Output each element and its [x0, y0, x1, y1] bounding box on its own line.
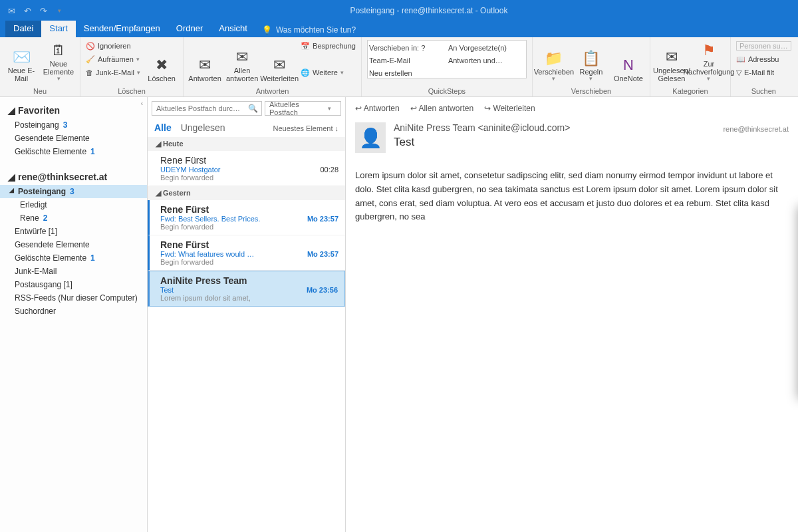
- msg-preview: Begin forwarded: [160, 174, 338, 182]
- ignore-icon: 🚫: [86, 42, 95, 51]
- tab-home[interactable]: Start: [41, 21, 75, 37]
- msg-from: Rene Fürst: [160, 239, 338, 250]
- addressbook-button[interactable]: 📖Adressbu: [736, 53, 791, 65]
- message-item[interactable]: Rene FürstFwd: Best Sellers. Best Prices…: [148, 200, 345, 235]
- msg-preview: Lorem ipsum dolor sit amet,: [160, 294, 338, 302]
- items-icon: 🗓: [51, 41, 66, 60]
- rules-button[interactable]: 📋Regeln: [575, 40, 607, 82]
- chevron-down-icon: ◢: [8, 105, 15, 116]
- collapse-icon[interactable]: ‹: [141, 100, 143, 107]
- ignore-button[interactable]: 🚫Ignorieren: [86, 40, 140, 52]
- message-item[interactable]: AniNite Press TeamTestLorem ipsum dolor …: [148, 271, 345, 307]
- main-area: ‹ ◢Favoriten Posteingang3 Gesendete Elem…: [0, 97, 798, 532]
- fav-gesendet[interactable]: Gesendete Elemente: [0, 132, 147, 145]
- search-input[interactable]: [152, 101, 262, 116]
- filter-mail-button[interactable]: ▽E-Mail filt: [736, 66, 791, 78]
- rules-icon: 📋: [582, 49, 600, 68]
- group-header[interactable]: ◢ Heute: [148, 137, 345, 151]
- msg-preview: Begin forwarded: [160, 258, 338, 266]
- nav-geloescht[interactable]: Gelöschte Elemente1: [0, 251, 147, 265]
- quicksteps-gallery[interactable]: Verschieben in: ? An Vorgesetzte(n) Team…: [367, 40, 527, 78]
- fav-posteingang[interactable]: Posteingang3: [0, 118, 147, 132]
- tell-me-search[interactable]: 💡 Was möchten Sie tun?: [255, 23, 362, 37]
- ribbon: ✉️Neue E-Mail 🗓Neue Elemente Neu 🚫Ignori…: [0, 37, 798, 97]
- group-new: ✉️Neue E-Mail 🗓Neue Elemente Neu: [0, 37, 80, 96]
- filter-all[interactable]: Alle: [154, 122, 172, 133]
- people-search[interactable]: Personen su…: [736, 40, 791, 52]
- msg-preview: Begin forwarded: [160, 223, 338, 231]
- followup-button[interactable]: ⚑Zur Nachverfolgung: [693, 40, 725, 82]
- msg-subject: UDEYM Hostgator: [160, 166, 338, 174]
- message-item[interactable]: Rene FürstUDEYM HostgatorBegin forwarded…: [148, 151, 345, 186]
- nav-erledigt[interactable]: Erledigt: [0, 198, 147, 211]
- more-respond-button[interactable]: 🌐Weitere: [301, 66, 356, 78]
- chevron-down-icon: ◢: [8, 172, 15, 182]
- msg-from: AniNite Press Team: [160, 275, 338, 286]
- group-respond: ✉Antworten ✉Allen antworten ✉Weiterleite…: [184, 37, 362, 96]
- reply-button[interactable]: ✉Antworten: [189, 40, 221, 82]
- group-delete: 🚫Ignorieren 🧹Aufräumen 🗑Junk-E-Mail ✖Lös…: [80, 37, 184, 96]
- search-scope-dropdown[interactable]: Aktuelles Postfach: [265, 101, 341, 116]
- move-button[interactable]: 📁Verschieben: [538, 40, 570, 82]
- mail-icon: ✉️: [13, 48, 31, 66]
- undo-icon[interactable]: ↶: [21, 5, 33, 17]
- msg-time: Mo 23:57: [307, 250, 338, 258]
- reply-all-button[interactable]: ✉Allen antworten: [226, 40, 258, 82]
- lightbulb-icon: 💡: [262, 25, 272, 35]
- group-tags: ✉Ungelesen/ Gelesen ⚑Zur Nachverfolgung …: [650, 37, 731, 96]
- msg-time: Mo 23:57: [307, 215, 338, 223]
- junk-button[interactable]: 🗑Junk-E-Mail: [86, 66, 140, 78]
- book-icon: 📖: [736, 55, 745, 64]
- delete-button[interactable]: ✖Löschen: [146, 40, 178, 82]
- tab-view[interactable]: Ansicht: [211, 21, 255, 37]
- dialog-backdrop: Regel erstellen ✕ Wenn eine eingehende N…: [346, 97, 798, 532]
- broom-icon: 🧹: [86, 55, 95, 64]
- favorites-header[interactable]: ◢Favoriten: [0, 101, 147, 118]
- message-item[interactable]: Rene FürstFwd: What features would …Begi…: [148, 235, 345, 271]
- more-icon: 🌐: [301, 68, 310, 77]
- chevron-down-icon: ◢: [9, 187, 14, 196]
- nav-postausgang[interactable]: Postausgang [1]: [0, 278, 147, 291]
- msg-time: Mo 23:56: [307, 286, 338, 294]
- nav-junk[interactable]: Junk-E-Mail: [0, 265, 147, 278]
- group-quicksteps: Verschieben in: ? An Vorgesetzte(n) Team…: [362, 37, 533, 96]
- junk-icon: 🗑: [86, 68, 93, 76]
- group-header[interactable]: ◢ Gestern: [148, 186, 345, 200]
- new-items-button[interactable]: 🗓Neue Elemente: [43, 40, 74, 82]
- message-list-pane: 🔍 Aktuelles Postfach Alle Ungelesen Neue…: [148, 97, 346, 532]
- quick-access-toolbar: ✉ ↶ ↷: [5, 5, 65, 17]
- nav-rss[interactable]: RSS-Feeds (Nur dieser Computer): [0, 291, 147, 305]
- onenote-button[interactable]: NOneNote: [612, 40, 644, 82]
- nav-rene[interactable]: Rene2: [0, 211, 147, 225]
- tab-folder[interactable]: Ordner: [168, 21, 211, 37]
- forward-button[interactable]: ✉Weiterleiten: [263, 40, 295, 82]
- sort-dropdown[interactable]: Neuestes Element ↓: [273, 124, 338, 132]
- nav-gesendet[interactable]: Gesendete Elemente: [0, 238, 147, 251]
- search-icon[interactable]: 🔍: [248, 104, 258, 113]
- reading-pane: ↩ Antworten ↩ Allen antworten ↪ Weiterle…: [346, 97, 798, 532]
- nav-suchordner[interactable]: Suchordner: [0, 305, 147, 318]
- meeting-button[interactable]: 📅Besprechung: [301, 40, 356, 52]
- cleanup-button[interactable]: 🧹Aufräumen: [86, 53, 140, 65]
- msg-from: Rene Fürst: [160, 155, 338, 166]
- qat-customize-icon[interactable]: [53, 5, 65, 17]
- filter-icon: ▽: [736, 68, 741, 77]
- tab-sendrecv[interactable]: Senden/Empfangen: [76, 21, 168, 37]
- filter-unread[interactable]: Ungelesen: [181, 122, 225, 133]
- replyall-icon: ✉: [236, 48, 248, 66]
- folder-pane: ‹ ◢Favoriten Posteingang3 Gesendete Elem…: [0, 97, 148, 532]
- meeting-icon: 📅: [301, 42, 310, 51]
- window-title: Posteingang - rene@thinksecret.at - Outl…: [350, 6, 508, 15]
- account-header[interactable]: ◢rene@thinksecret.at: [0, 168, 147, 185]
- nav-posteingang[interactable]: ◢Posteingang3: [0, 185, 147, 198]
- msg-time: 00:28: [320, 166, 338, 174]
- new-mail-button[interactable]: ✉️Neue E-Mail: [5, 40, 37, 82]
- delete-icon: ✖: [156, 56, 168, 74]
- fav-geloescht[interactable]: Gelöschte Elemente1: [0, 145, 147, 158]
- redo-icon[interactable]: ↷: [37, 5, 49, 17]
- move-icon: 📁: [545, 49, 563, 68]
- nav-entwuerfe[interactable]: Entwürfe [1]: [0, 225, 147, 238]
- titlebar: ✉ ↶ ↷ Posteingang - rene@thinksecret.at …: [0, 0, 798, 21]
- tab-file[interactable]: Datei: [5, 21, 41, 37]
- group-move: 📁Verschieben 📋Regeln NOneNote Verschiebe…: [533, 37, 650, 96]
